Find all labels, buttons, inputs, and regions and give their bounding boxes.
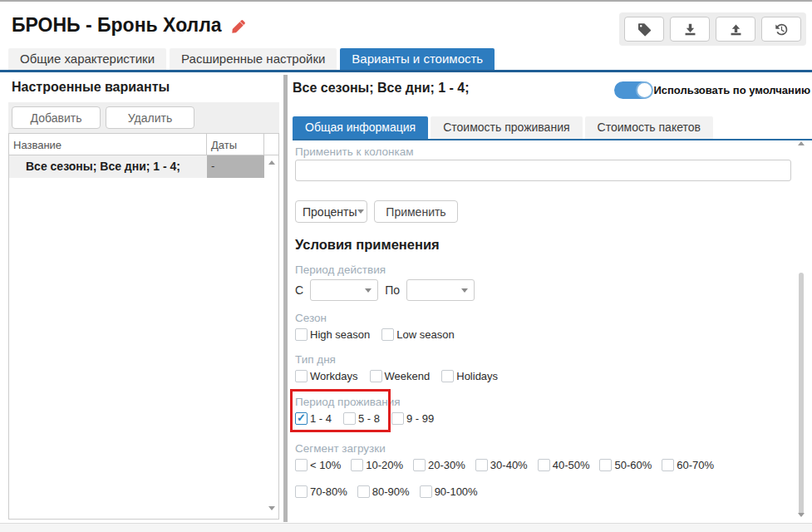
checkbox-1-4[interactable]: 1 - 4 bbox=[295, 412, 332, 425]
column-header-dates: Даты bbox=[207, 134, 264, 155]
table-scrollbar-up[interactable] bbox=[268, 160, 275, 165]
date-from-combobox[interactable] bbox=[310, 279, 378, 301]
variant-dates-cell[interactable]: - bbox=[207, 155, 264, 178]
checkbox-icon bbox=[413, 459, 426, 471]
checkbox-lt-10[interactable]: < 10% bbox=[295, 459, 341, 471]
checkbox-icon bbox=[357, 485, 370, 498]
triangle-down-icon bbox=[798, 513, 805, 517]
mode-select[interactable]: Проценты bbox=[295, 200, 367, 223]
season-label: Сезон bbox=[295, 311, 791, 325]
pencil-icon[interactable] bbox=[230, 19, 246, 35]
checkbox-icon bbox=[351, 459, 363, 471]
subtab-accommodation-cost[interactable]: Стоимость проживания bbox=[431, 116, 582, 139]
sub-tab-bar: Общая информация Стоимость проживания Ст… bbox=[293, 116, 812, 140]
checkbox-label: High season bbox=[310, 328, 370, 341]
main-tab-bar: Общие характеристики Расширенные настрой… bbox=[0, 48, 812, 72]
download-button[interactable] bbox=[670, 17, 710, 42]
use-by-default-toggle[interactable] bbox=[614, 81, 652, 99]
general-info-form: Применить к колонкам Проценты Применить … bbox=[293, 140, 812, 498]
table-row[interactable]: Все сезоны; Все дни; 1 - 4; - bbox=[9, 155, 278, 178]
load-segment-row-2: 70-80% 80-90% 90-100% bbox=[295, 485, 791, 498]
checkbox-40-50[interactable]: 40-50% bbox=[538, 459, 590, 471]
apply-to-columns-label: Применить к колонкам bbox=[295, 145, 791, 159]
checkbox-checked-icon bbox=[295, 412, 308, 425]
chevron-down-icon bbox=[461, 288, 468, 293]
history-icon bbox=[775, 22, 789, 37]
checkbox-50-60[interactable]: 50-60% bbox=[599, 459, 652, 471]
scrollbar-down[interactable] bbox=[798, 513, 805, 517]
history-button[interactable] bbox=[761, 17, 801, 42]
load-segment-group: Сегмент загрузки < 10% 10-20% 20-30% 30-… bbox=[295, 441, 791, 498]
subtab-package-cost[interactable]: Стоимость пакетов bbox=[585, 116, 713, 139]
page-title-text: БРОНЬ - Бронь Холла bbox=[12, 14, 222, 37]
season-options: High season Low season bbox=[295, 328, 791, 341]
right-scrollbar[interactable] bbox=[798, 141, 805, 517]
upload-button[interactable] bbox=[716, 17, 755, 42]
from-label: С bbox=[295, 283, 303, 297]
date-to-combobox[interactable] bbox=[406, 279, 475, 301]
checkbox-label: Holidays bbox=[456, 370, 498, 382]
checkbox-weekend[interactable]: Weekend bbox=[370, 370, 431, 382]
checkbox-20-30[interactable]: 20-30% bbox=[413, 459, 465, 471]
checkbox-icon bbox=[475, 459, 488, 471]
checkbox-label: 70-80% bbox=[310, 485, 347, 498]
day-type-label: Тип дня bbox=[295, 352, 791, 367]
stay-period-options: 1 - 4 5 - 8 9 - 99 bbox=[295, 412, 434, 425]
tag-button[interactable] bbox=[624, 17, 664, 42]
checkbox-icon bbox=[343, 412, 356, 425]
default-toggle-wrap: Использовать по умолчанию bbox=[614, 81, 810, 99]
variant-name-cell[interactable]: Все сезоны; Все дни; 1 - 4; bbox=[9, 155, 207, 178]
checkbox-10-20[interactable]: 10-20% bbox=[351, 459, 403, 471]
footer-bar bbox=[0, 523, 812, 532]
checkbox-label: 50-60% bbox=[614, 459, 652, 471]
checkbox-icon bbox=[295, 459, 308, 471]
checkbox-high-season[interactable]: High season bbox=[295, 328, 370, 341]
checkbox-label: 9 - 99 bbox=[406, 412, 434, 425]
day-type-options: Workdays Weekend Holidays bbox=[295, 370, 791, 382]
checkbox-icon bbox=[662, 459, 674, 471]
checkbox-90-100[interactable]: 90-100% bbox=[420, 485, 478, 498]
tab-general-characteristics[interactable]: Общие характеристики bbox=[8, 48, 166, 70]
checkbox-label: < 10% bbox=[310, 459, 341, 471]
checkbox-workdays[interactable]: Workdays bbox=[295, 370, 358, 382]
checkbox-label: 90-100% bbox=[435, 485, 478, 498]
checkbox-30-40[interactable]: 30-40% bbox=[475, 459, 528, 471]
apply-button[interactable]: Применить bbox=[374, 200, 458, 223]
variant-details-panel: Все сезоны; Все дни; 1 - 4; Использовать… bbox=[293, 75, 812, 522]
apply-to-columns-input[interactable] bbox=[295, 160, 791, 181]
checkbox-60-70[interactable]: 60-70% bbox=[662, 459, 714, 471]
checkbox-icon bbox=[370, 370, 382, 382]
checkbox-label: 20-30% bbox=[428, 459, 465, 471]
page-title: БРОНЬ - Бронь Холла bbox=[12, 14, 246, 37]
variant-header: Все сезоны; Все дни; 1 - 4; Использовать… bbox=[293, 81, 812, 99]
toggle-knob-icon bbox=[636, 81, 653, 99]
add-button[interactable]: Добавить bbox=[12, 106, 101, 129]
checkbox-label: 40-50% bbox=[553, 459, 590, 471]
triangle-down-icon bbox=[268, 506, 275, 510]
checkbox-icon bbox=[420, 485, 432, 498]
checkbox-icon bbox=[295, 485, 308, 498]
panel-splitter[interactable] bbox=[283, 75, 288, 522]
tag-icon bbox=[637, 22, 652, 37]
checkbox-icon bbox=[295, 328, 308, 341]
validity-period-row: С По bbox=[295, 279, 791, 301]
tab-advanced-settings[interactable]: Расширенные настройки bbox=[170, 48, 337, 70]
checkbox-9-99[interactable]: 9 - 99 bbox=[391, 412, 434, 425]
tab-variants-and-cost[interactable]: Варианты и стоимость bbox=[340, 48, 495, 70]
checkbox-5-8[interactable]: 5 - 8 bbox=[343, 412, 380, 425]
scrollbar-up[interactable] bbox=[798, 141, 805, 145]
subtab-general-info[interactable]: Общая информация bbox=[293, 116, 428, 139]
checkbox-holidays[interactable]: Holidays bbox=[441, 370, 498, 382]
checkbox-icon bbox=[381, 328, 394, 341]
checkbox-80-90[interactable]: 80-90% bbox=[357, 485, 410, 498]
scrollbar-thumb[interactable] bbox=[799, 273, 804, 515]
mode-select-value: Проценты bbox=[303, 205, 357, 219]
to-label: По bbox=[385, 283, 400, 297]
delete-button[interactable]: Удалить bbox=[106, 106, 194, 129]
left-panel-toolbar: Добавить Удалить bbox=[8, 102, 279, 133]
table-scrollbar-down[interactable] bbox=[268, 506, 275, 510]
checkbox-70-80[interactable]: 70-80% bbox=[295, 485, 347, 498]
checkbox-low-season[interactable]: Low season bbox=[381, 328, 454, 341]
checkbox-label: Workdays bbox=[310, 370, 358, 382]
checkbox-label: 5 - 8 bbox=[358, 412, 380, 425]
